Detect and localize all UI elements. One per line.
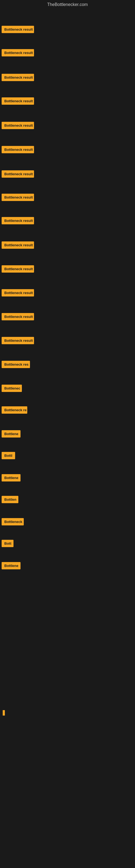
list-item: Bottleneck result: [0, 264, 36, 275]
list-item: Bottlene: [0, 429, 22, 440]
bottleneck-badge: Bottleneck result: [2, 170, 34, 178]
list-item: Bottlenec: [0, 383, 24, 394]
list-item: Bottleneck result: [0, 216, 36, 226]
bottleneck-badge: Bottlene: [2, 562, 20, 569]
list-item: Bottleneck res: [0, 360, 32, 370]
site-header: TheBottlenecker.com: [0, 0, 135, 9]
bottleneck-badge: Bottleneck result: [2, 337, 34, 344]
bottleneck-badge: Bottleneck re: [2, 406, 27, 414]
list-item: Bottleneck result: [0, 96, 36, 107]
bottleneck-badge: Bottleneck result: [2, 74, 34, 81]
list-item: Bottleneck result: [0, 145, 36, 155]
list-item: Bottleneck result: [0, 288, 36, 299]
bottleneck-badge: Bottlen: [2, 496, 18, 503]
bottleneck-badge: Bott: [2, 540, 13, 547]
list-item: Bottleneck result: [0, 169, 36, 180]
bottleneck-badge: Bottlene: [2, 474, 20, 482]
bottleneck-badge: Bottleneck result: [2, 313, 34, 320]
bottleneck-badge: Bottlene: [2, 430, 20, 437]
list-item: Bottlen: [0, 495, 20, 505]
list-item: Bottleneck result: [0, 25, 36, 35]
list-item: Bottlene: [0, 473, 22, 484]
list-item: Bottleneck result: [0, 48, 36, 59]
bottleneck-badge: Bottleneck result: [2, 146, 34, 153]
bottleneck-badge: Bottleneck res: [2, 361, 30, 368]
bottleneck-badge: Bottleneck result: [2, 217, 34, 224]
bottleneck-badge: Bottleneck result: [2, 289, 34, 297]
bottleneck-badge: Bottleneck result: [2, 26, 34, 33]
list-item: Bottl: [0, 451, 17, 461]
list-item: Bottleneck re: [0, 405, 29, 416]
list-item: Bottleneck result: [0, 193, 36, 203]
site-title: TheBottlenecker.com: [0, 0, 135, 9]
bottleneck-badge: Bottleneck result: [2, 97, 34, 105]
list-item: Bottlene: [0, 561, 22, 571]
list-item: Bottleneck: [0, 517, 26, 528]
bottleneck-badge: Bottleneck result: [2, 241, 34, 249]
list-item: Bottleneck result: [0, 73, 36, 83]
bottleneck-badge: Bottlenec: [2, 384, 22, 392]
list-item: Bottleneck result: [0, 240, 36, 251]
list-item: Bott: [0, 539, 15, 549]
list-item: Bottleneck result: [0, 336, 36, 346]
small-indicator: [3, 710, 5, 716]
bottleneck-badge: Bottleneck result: [2, 194, 34, 201]
bottleneck-badge: Bottleneck result: [2, 265, 34, 273]
bottleneck-badge: Bottl: [2, 452, 15, 459]
bottleneck-list: Bottleneck resultBottleneck resultBottle…: [0, 9, 135, 868]
list-item: Bottleneck result: [0, 121, 36, 131]
bottleneck-badge: Bottleneck: [2, 518, 24, 525]
list-item: Bottleneck result: [0, 312, 36, 322]
bottleneck-badge: Bottleneck result: [2, 49, 34, 56]
bottleneck-badge: Bottleneck result: [2, 122, 34, 129]
